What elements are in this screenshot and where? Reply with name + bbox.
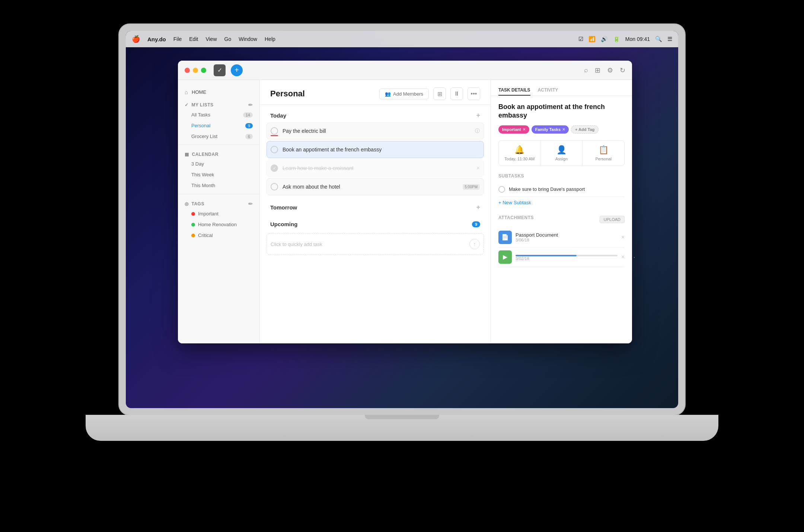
tag-important[interactable]: Important × [498, 125, 529, 134]
edit-tags-button[interactable]: ✏ [248, 201, 253, 207]
remove-attachment-2-button[interactable]: × [621, 254, 625, 260]
home-label: HOME [192, 89, 206, 95]
minimize-button[interactable] [193, 68, 198, 73]
titlebar: ✓ + ⌕ ⊞ ⚙ ↻ [178, 61, 632, 80]
critical-dot [191, 234, 195, 237]
refresh-button[interactable]: ↻ [620, 66, 625, 74]
list-action[interactable]: 📋 Personal [583, 141, 624, 166]
task-2-checkbox[interactable] [271, 146, 278, 153]
add-task-button[interactable]: + [231, 64, 243, 76]
app-window: ✓ + ⌕ ⊞ ⚙ ↻ [178, 61, 632, 343]
laptop-notch [365, 415, 439, 419]
tab-task-details[interactable]: TASK DETAILS [498, 85, 530, 96]
sidebar-item-home[interactable]: ⌂ HOME [178, 86, 259, 98]
view-menu[interactable]: View [205, 36, 217, 42]
edit-menu[interactable]: Edit [189, 36, 198, 42]
video-thumb: ▶ [498, 250, 512, 264]
video-date: 3/02/18 [516, 256, 618, 261]
check-icon[interactable]: ✓ [214, 64, 226, 76]
task-book-appointment[interactable]: Book an appotiment at the french embassy [267, 141, 484, 158]
task-pay-electric[interactable]: Pay the electric bill ⓘ [267, 122, 484, 140]
subtask-1-checkbox[interactable] [498, 186, 505, 193]
task-checkbox-wrap [271, 127, 278, 135]
assign-action[interactable]: 👤 Assign [541, 141, 583, 166]
app-name[interactable]: Any.do [147, 36, 166, 42]
add-tag-button[interactable]: + Add Tag [571, 125, 599, 134]
edit-lists-button[interactable]: ✏ [248, 102, 253, 108]
ellipsis-icon: ••• [471, 90, 477, 97]
remove-done-icon[interactable]: × [476, 165, 480, 172]
sidebar-item-this-week[interactable]: This Week [178, 169, 259, 180]
menubar: 🍎 Any.do File Edit View Go Window Help ☑… [126, 31, 678, 47]
quick-add-task[interactable]: Click to quickly add task ↑ [267, 233, 484, 255]
add-members-button[interactable]: 👥 Add Members [379, 89, 429, 99]
help-menu[interactable]: Help [265, 36, 275, 42]
sidebar-item-all-tasks[interactable]: All Tasks 14 [178, 109, 259, 120]
view-toggle-button[interactable]: ⊞ [595, 66, 600, 74]
main-content: Personal 👥 Add Members ⊞ [260, 80, 491, 343]
menu-check-icon: ☑ [578, 36, 583, 42]
calendar-section: 3 Day This Week This Month [178, 158, 259, 191]
sidebar-divider-2 [178, 194, 259, 194]
task-1-info-icon: ⓘ [475, 128, 480, 134]
sidebar-item-this-month[interactable]: This Month [178, 180, 259, 191]
laptop-base [86, 415, 718, 441]
tab-activity[interactable]: ACTIVITY [538, 85, 558, 96]
menu-icon[interactable]: ☰ [667, 36, 672, 42]
pause-icon: ⏸ [454, 90, 460, 97]
attachment-name: Passport Document [516, 232, 618, 238]
remove-family-tag-button[interactable]: × [562, 127, 565, 132]
grid-icon: ⊞ [437, 90, 442, 97]
add-tomorrow-task-button[interactable]: + [476, 203, 480, 211]
quick-add-arrow-icon: ↑ [469, 239, 480, 249]
close-button[interactable] [185, 68, 190, 73]
grid-view-button[interactable]: ⊞ [433, 87, 446, 100]
task-ask-mom[interactable]: Ask mom about the hotel 5:00PM [267, 178, 484, 195]
important-dot [191, 212, 195, 216]
upload-button[interactable]: UPLOAD [600, 216, 625, 223]
doc-thumb: 📄 [498, 231, 512, 244]
file-menu[interactable]: File [173, 36, 182, 42]
sidebar-item-grocery[interactable]: Grocery List 6 [178, 131, 259, 142]
window-menu[interactable]: Window [239, 36, 257, 42]
task-3-text: Learn how to make a croissant [283, 165, 472, 171]
sidebar-item-critical-tag[interactable]: Critical [178, 230, 259, 241]
all-tasks-label: All Tasks [191, 112, 210, 118]
task-4-time: 5:00PM [463, 184, 480, 190]
task-4-checkbox[interactable] [271, 183, 278, 190]
maximize-button[interactable] [201, 68, 206, 73]
search-button[interactable]: ⌕ [584, 66, 588, 74]
tomorrow-label: Tomorrow [270, 204, 297, 211]
task-2-text: Book an appotiment at the french embassy [283, 147, 480, 153]
apple-menu[interactable]: 🍎 [132, 35, 140, 43]
detail-tabs: TASK DETAILS ACTIVITY [491, 80, 632, 96]
task-3-checkbox[interactable]: ✓ [271, 164, 278, 172]
tags-section: Important Home Renovation Critical [178, 208, 259, 241]
list-header: Personal 👥 Add Members ⊞ [260, 80, 491, 105]
task-1-checkbox[interactable] [271, 127, 278, 135]
members-icon: 👥 [385, 91, 391, 97]
sidebar-item-3day[interactable]: 3 Day [178, 158, 259, 169]
lists-section: All Tasks 14 Personal 9 Grocery List 6 [178, 109, 259, 142]
sidebar-item-home-reno-tag[interactable]: Home Renovation [178, 219, 259, 230]
calendar-icon: ▦ [185, 152, 189, 157]
go-menu[interactable]: Go [224, 36, 232, 42]
add-today-task-button[interactable]: + [476, 112, 480, 119]
sidebar-item-personal[interactable]: Personal 9 [178, 120, 259, 131]
reminder-action[interactable]: 🔔 Today, 11:30 AM [499, 141, 541, 166]
attachment-info: Passport Document 3/06/18 [516, 232, 618, 242]
settings-button[interactable]: ⚙ [607, 66, 613, 74]
new-subtask-button[interactable]: + New Subtask [498, 197, 625, 208]
reminder-label: Today, 11:30 AM [504, 157, 535, 161]
attachments-header: ATTACHMENTS UPLOAD [498, 215, 625, 224]
task-learn-croissant[interactable]: ✓ Learn how to make a croissant × [267, 160, 484, 177]
tag-family[interactable]: Family Tasks × [532, 125, 569, 134]
pause-button[interactable]: ⏸ [450, 87, 463, 100]
search-icon[interactable]: 🔍 [655, 36, 662, 42]
remove-important-tag-button[interactable]: × [523, 127, 526, 132]
sidebar-item-important-tag[interactable]: Important [178, 208, 259, 219]
more-options-button[interactable]: ••• [468, 87, 480, 100]
subtask-1: Make sure to bring Dave's passport [498, 182, 625, 197]
assign-label: Assign [555, 157, 568, 161]
remove-attachment-1-button[interactable]: × [621, 234, 625, 241]
